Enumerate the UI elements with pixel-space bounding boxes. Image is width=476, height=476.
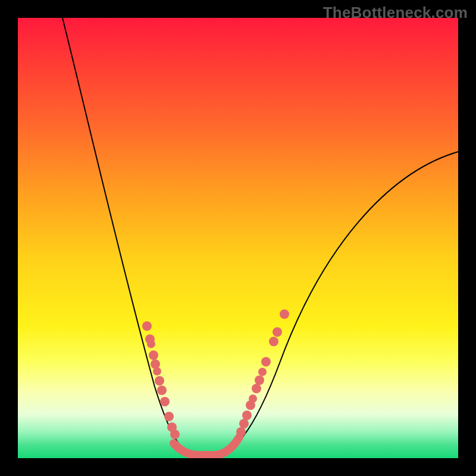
dots-left	[142, 321, 180, 439]
svg-point-13	[239, 419, 249, 428]
svg-point-20	[261, 357, 271, 367]
svg-point-9	[164, 412, 174, 421]
svg-point-6	[155, 376, 164, 386]
svg-point-17	[252, 384, 261, 393]
plot-area	[18, 18, 458, 458]
svg-point-21	[269, 337, 278, 346]
svg-point-22	[273, 327, 282, 337]
watermark-text: TheBottleneck.com	[323, 4, 468, 22]
svg-point-23	[280, 309, 289, 319]
svg-point-19	[258, 368, 267, 376]
svg-point-11	[170, 430, 180, 439]
bottleneck-curve	[18, 18, 458, 458]
svg-point-18	[255, 375, 264, 385]
svg-point-12	[236, 427, 246, 437]
svg-point-8	[160, 397, 170, 406]
svg-point-2	[147, 340, 155, 348]
svg-point-16	[249, 394, 257, 403]
svg-point-5	[153, 367, 161, 375]
trough-highlight	[174, 437, 239, 455]
svg-point-7	[157, 386, 167, 395]
dots-right	[236, 309, 289, 437]
chart-frame: TheBottleneck.com	[0, 0, 476, 476]
svg-point-0	[142, 321, 152, 331]
svg-point-14	[242, 411, 252, 420]
svg-point-3	[149, 350, 158, 360]
